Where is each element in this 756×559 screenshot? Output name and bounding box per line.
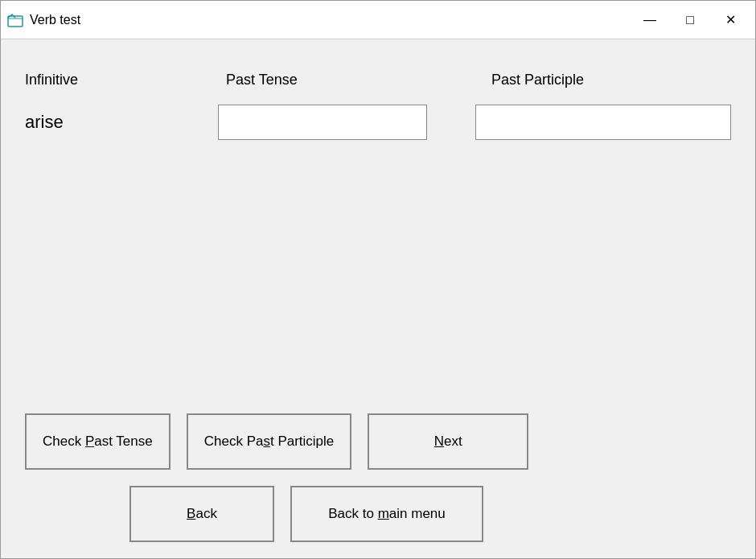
infinitive-header: Infinitive	[25, 72, 218, 88]
buttons-area: Check Past Tense Check Past Participle N…	[25, 365, 731, 542]
title-bar: Verb test — □ ✕	[1, 1, 755, 39]
check-past-tense-button[interactable]: Check Past Tense	[25, 413, 171, 470]
past-participle-input[interactable]	[475, 105, 731, 140]
title-bar-controls: — □ ✕	[631, 6, 749, 35]
past-participle-header: Past Participle	[443, 72, 731, 88]
minimize-button[interactable]: —	[631, 6, 668, 35]
main-window: Verb test — □ ✕ Infinitive Past Tense Pa…	[0, 0, 756, 559]
form-area: Infinitive Past Tense Past Participle ar…	[25, 72, 731, 365]
title-bar-left: Verb test	[7, 12, 80, 28]
app-icon	[7, 12, 23, 28]
verb-infinitive-text: arise	[25, 112, 218, 133]
button-row-2: Back Back to main menu	[25, 486, 731, 542]
window-title: Verb test	[30, 13, 80, 27]
back-to-main-menu-button[interactable]: Back to main menu	[290, 486, 483, 542]
next-button[interactable]: Next	[368, 413, 528, 470]
past-tense-input[interactable]	[218, 105, 427, 140]
back-button[interactable]: Back	[129, 486, 274, 542]
close-button[interactable]: ✕	[712, 6, 749, 35]
check-past-participle-button[interactable]: Check Past Participle	[187, 413, 352, 470]
button-row-1: Check Past Tense Check Past Participle N…	[25, 413, 731, 470]
column-headers: Infinitive Past Tense Past Participle	[25, 72, 731, 88]
content-area: Infinitive Past Tense Past Participle ar…	[1, 39, 755, 558]
verb-row: arise	[25, 105, 731, 140]
maximize-button[interactable]: □	[672, 6, 709, 35]
past-tense-header: Past Tense	[218, 72, 443, 88]
